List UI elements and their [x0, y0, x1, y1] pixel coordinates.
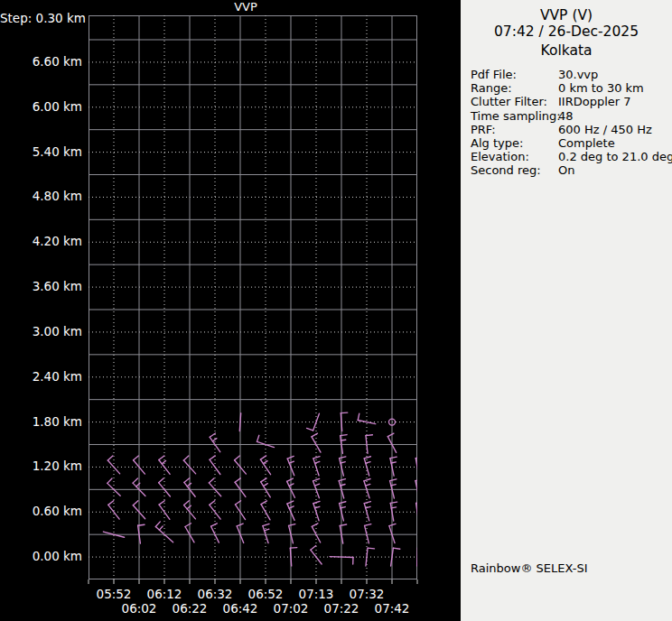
vvp-window: VVP Step: 0.30 km 6.60 km6.00 km5.40 km4…: [0, 0, 672, 621]
info-field-label: Alg type:: [471, 136, 558, 150]
x-axis-label: 06:02: [122, 602, 157, 615]
info-field-label: Clutter Filter:: [471, 95, 558, 108]
info-field-label: PRF:: [471, 123, 558, 136]
info-field-value: 600 Hz / 450 Hz: [558, 123, 652, 136]
x-axis-label: 06:32: [198, 588, 233, 600]
y-axis-label: 6.00 km: [0, 100, 82, 113]
y-axis-label: 5.40 km: [0, 145, 82, 158]
info-field-value: On: [558, 163, 574, 177]
wind-barb: [107, 478, 120, 496]
wind-barb: [159, 478, 171, 496]
info-field-value: IIRDoppler 7: [558, 95, 631, 108]
wind-barb: [339, 479, 345, 498]
brand-footer: Rainbow® SELEX-SI: [471, 561, 588, 575]
wind-barb: [313, 457, 320, 476]
info-field-value: Complete: [558, 136, 615, 150]
x-axis-label: 07:02: [274, 602, 309, 615]
info-field-row: Clutter Filter:IIRDoppler 7: [471, 95, 672, 108]
x-axis-label: 07:22: [324, 602, 359, 615]
info-panel: VVP (V) 07:42 / 26-Dec-2025 Kolkata Pdf …: [461, 0, 672, 621]
info-field-row: Time sampling:48: [471, 109, 672, 123]
x-axis-ticks: [89, 579, 417, 584]
y-axis-label: 1.20 km: [0, 459, 82, 472]
info-field-value: 0 km to 30 km: [558, 81, 644, 95]
wind-barb: [365, 524, 371, 543]
x-axis-label: 07:32: [350, 588, 385, 600]
y-axis-label: 4.20 km: [0, 235, 82, 247]
info-field-row: PRF:600 Hz / 450 Hz: [471, 123, 672, 136]
wind-barb: [390, 479, 397, 498]
wind-barb: [417, 548, 425, 566]
y-axis-label: 3.00 km: [0, 325, 82, 338]
wind-barb: [209, 478, 220, 496]
info-field-value: 0.2 deg to 21.0 deg: [558, 150, 672, 163]
panel-site: Kolkata: [461, 42, 672, 59]
x-axis-label: 06:12: [147, 588, 182, 600]
wind-barb: [364, 457, 370, 476]
info-field-label: Pdf File:: [471, 68, 558, 81]
wind-barb: [390, 502, 397, 521]
info-field-row: Second reg:On: [471, 163, 672, 177]
y-axis-label: 3.60 km: [0, 280, 82, 292]
info-field-row: Elevation:0.2 deg to 21.0 deg: [471, 150, 672, 163]
y-axis-label: 0.60 km: [0, 505, 82, 517]
x-axis-label: 06:22: [173, 602, 208, 615]
x-axis-label: 06:42: [223, 602, 258, 615]
x-axis-label: 06:52: [248, 588, 284, 600]
plot-canvas: [0, 0, 461, 621]
info-field-label: Second reg:: [471, 163, 558, 177]
x-axis-label: 07:42: [375, 602, 410, 615]
step-label: Step: 0.30 km: [0, 11, 82, 25]
wind-barb: [340, 524, 346, 543]
info-field-row: Alg type:Complete: [471, 136, 672, 150]
y-axis-label: 1.80 km: [0, 415, 82, 428]
wind-barb: [364, 502, 370, 521]
wind-profile-plot: VVP Step: 0.30 km 6.60 km6.00 km5.40 km4…: [0, 0, 461, 621]
wind-barb: [210, 456, 220, 475]
wind-barb: [340, 502, 346, 521]
info-field-value: 30.vvp: [558, 68, 598, 81]
wind-barb: [260, 456, 270, 475]
panel-datetime: 07:42 / 26-Dec-2025: [461, 23, 672, 40]
panel-title: VVP (V): [461, 7, 672, 23]
wind-barb: [390, 457, 397, 476]
wind-barb: [340, 457, 346, 476]
info-field-value: 48: [558, 109, 574, 123]
info-field-label: Elevation:: [471, 150, 558, 163]
y-axis-label: 0.00 km: [0, 550, 82, 562]
info-field-row: Pdf File:30.vvp: [471, 68, 672, 81]
x-axis-label: 07:13: [299, 588, 334, 600]
info-field-label: Time sampling:: [471, 109, 558, 123]
plot-title: VVP: [234, 0, 257, 14]
info-field-label: Range:: [471, 81, 558, 95]
y-axis-label: 6.60 km: [0, 55, 82, 68]
y-axis-label: 4.80 km: [0, 190, 82, 202]
wind-barb: [358, 413, 376, 423]
y-axis-label: 2.40 km: [0, 370, 82, 383]
wind-barb: [289, 524, 295, 543]
wind-barb: [159, 456, 170, 474]
info-fields: Pdf File:30.vvpRange:0 km to 30 kmClutte…: [471, 68, 672, 178]
info-field-row: Range:0 km to 30 km: [471, 81, 672, 95]
wind-barb: [366, 548, 375, 566]
wind-barb: [263, 524, 269, 542]
x-axis-label: 05:52: [97, 588, 132, 600]
